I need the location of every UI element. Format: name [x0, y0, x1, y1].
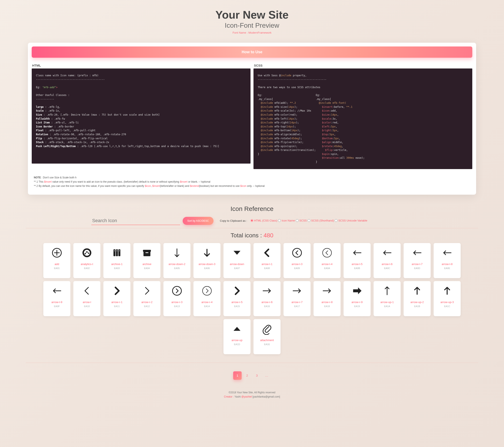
svg-point-21 — [323, 248, 331, 257]
icon-tile-name: analytics-t — [81, 263, 93, 266]
icon-tile-name: arrow-down — [230, 263, 244, 266]
icon-tile-name: arrow-r-2 — [142, 301, 153, 304]
icon-tile[interactable]: attachmentEA1E — [253, 319, 281, 354]
icon-tile-code: EA1A — [384, 305, 390, 307]
icon-tile-code: EA0E — [444, 267, 450, 269]
archive-icon — [140, 246, 154, 260]
icon-tile[interactable]: arrow-r-9EA19 — [343, 281, 371, 316]
icon-tile-name: arrow-r-5 — [232, 301, 243, 304]
icon-tile-name: arrow-l-8 — [442, 263, 452, 266]
icon-tile[interactable]: arrow-lEA10 — [73, 281, 100, 316]
icon-tile-code: EA1B — [414, 305, 420, 307]
icon-tile[interactable]: arrow-l-3EA09 — [284, 243, 310, 278]
arrow-up-1-icon — [380, 284, 394, 298]
icon-tile[interactable]: arrow-up-3EA1C — [433, 281, 461, 316]
icon-tile[interactable]: arrow-r-2EA12 — [133, 281, 161, 316]
icon-tile-code: EA0B — [354, 267, 360, 269]
icon-tile[interactable]: arrow-l-1EA08 — [253, 243, 281, 278]
icon-tile[interactable]: arrow-r-7EA17 — [284, 281, 310, 316]
svg-point-28 — [202, 286, 211, 295]
icon-tile[interactable]: arrow-r-3EA13 — [163, 281, 191, 316]
icon-tile-name: arrow-up — [232, 339, 242, 342]
arrow-r-7-icon — [290, 284, 304, 298]
clip-option[interactable]: HTML (CSS Class) — [251, 219, 277, 222]
icon-tile-name: arrow-r-7 — [291, 301, 303, 304]
arrow-l-9-icon — [50, 284, 64, 298]
icon-tile[interactable]: arrow-l-7EA0D — [404, 243, 431, 278]
icon-tile[interactable]: arrow-r-1EA11 — [103, 281, 130, 316]
icon-tile-code: EA02 — [84, 267, 90, 269]
clipboard-options: Copy to Clipboard as : HTML (CSS Class) … — [220, 219, 367, 223]
how-to-use-bar: How to Use — [32, 47, 472, 58]
arrow-l-7-icon — [410, 246, 424, 260]
icon-tile-code: EA18 — [324, 305, 330, 307]
icon-tile-name: arrow-l — [83, 301, 91, 304]
svg-marker-19 — [234, 251, 241, 255]
icon-tile-name: arrow-l-3 — [291, 263, 302, 266]
svg-point-20 — [293, 248, 302, 257]
clip-option[interactable]: SCSS — [296, 219, 307, 222]
divider — [26, 228, 478, 228]
icon-tile[interactable]: arrow-l-9EA0F — [43, 281, 71, 316]
arrow-l-1-icon — [260, 246, 274, 260]
icon-tile[interactable]: arrow-up-1EA1A — [374, 281, 401, 316]
icon-tile-code: EA11 — [114, 305, 120, 307]
svg-rect-16 — [145, 252, 148, 253]
icon-tile[interactable]: archive-1EA03 — [103, 243, 130, 278]
pager-button[interactable]: 1 — [233, 371, 242, 380]
icon-tile[interactable]: arrow-r-5EA15 — [223, 281, 251, 316]
icon-tile[interactable]: arrow-down-3EA06 — [194, 243, 220, 278]
pager-button[interactable]: 3 — [253, 371, 261, 380]
icon-tile[interactable]: arrow-l-5EA0B — [343, 243, 371, 278]
clipboard-label: Copy to Clipboard as : — [220, 219, 247, 222]
icon-reference-heading: Icon Reference — [0, 205, 504, 212]
arrow-l-icon — [80, 284, 94, 298]
icon-tile[interactable]: addEA01 — [43, 243, 71, 278]
icon-tile-code: EA0F — [54, 305, 60, 307]
page-title: Your New Site — [4, 8, 500, 21]
clip-option[interactable]: SCSS Unicode Variable — [335, 219, 367, 222]
clip-option[interactable]: SCSS (Shorthand) — [307, 219, 334, 222]
icon-tile-name: arrow-r-8 — [322, 301, 333, 304]
icon-tile-code: EA04 — [144, 267, 150, 269]
icon-tile-code: EA10 — [84, 305, 90, 307]
icon-tile[interactable]: arrow-r-8EA18 — [313, 281, 341, 316]
svg-rect-9 — [116, 249, 118, 256]
sort-button[interactable]: Sort by ASC/DESC — [183, 217, 214, 225]
icon-tile-code: EA03 — [114, 267, 120, 269]
icon-tile[interactable]: arrow-l-6EA0C — [374, 243, 401, 278]
icon-tile-name: arrow-l-5 — [352, 263, 362, 266]
svg-rect-14 — [144, 251, 150, 256]
icon-tile[interactable]: arrow-down-2EA05 — [163, 243, 191, 278]
icon-tile[interactable]: arrow-r-6EA16 — [253, 281, 281, 316]
icon-tile[interactable]: archiveEA04 — [133, 243, 161, 278]
icon-grid: addEA01analytics-tEA02archive-1EA03archi… — [26, 243, 478, 354]
arrow-r-5-icon — [230, 284, 244, 298]
icon-tile-name: arrow-l-7 — [412, 263, 422, 266]
icon-tile[interactable]: arrow-l-4EA0A — [313, 243, 341, 278]
icon-tile-code: EA16 — [264, 305, 270, 307]
search-input[interactable] — [91, 217, 180, 225]
icon-tile-name: arrow-down-2 — [168, 263, 185, 266]
clip-option[interactable]: Icon Name — [278, 219, 295, 222]
icon-tile[interactable]: arrow-l-8EA0E — [433, 243, 461, 278]
icon-tile-code: EA06 — [204, 267, 210, 269]
icon-tile[interactable]: arrow-downEA07 — [223, 243, 251, 278]
icon-tile[interactable]: analytics-tEA02 — [73, 243, 100, 278]
svg-point-13 — [119, 250, 120, 251]
pager-button[interactable]: … — [262, 371, 271, 380]
icon-tile-code: EA08 — [264, 267, 270, 269]
icon-tile-code: EA14 — [204, 305, 210, 307]
icon-tile-code: EA1E — [264, 343, 270, 346]
analytics-t-icon — [80, 246, 94, 260]
icon-tile[interactable]: arrow-upEA1D — [223, 319, 251, 354]
html-label: HTML — [32, 62, 251, 69]
icon-tile-name: archive-1 — [111, 263, 122, 266]
pager: 123… — [0, 371, 504, 380]
icon-tile-name: arrow-r-3 — [171, 301, 183, 304]
icon-tile[interactable]: arrow-r-4EA14 — [194, 281, 220, 316]
footer: ©2018 Your New Site, All Rights reserved… — [0, 390, 504, 399]
icon-tile-code: EA09 — [294, 267, 300, 269]
icon-tile[interactable]: arrow-up-2EA1B — [404, 281, 431, 316]
pager-button[interactable]: 2 — [243, 371, 251, 380]
